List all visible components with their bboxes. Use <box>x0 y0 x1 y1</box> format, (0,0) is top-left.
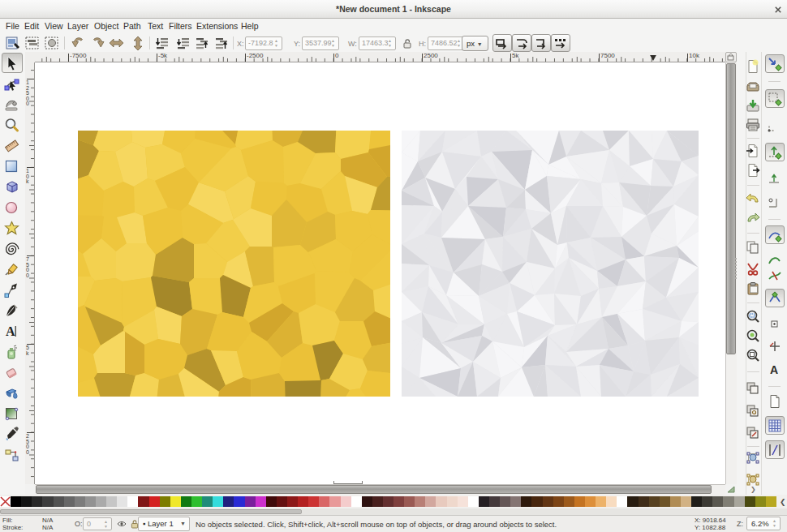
svg-text:A: A <box>770 363 778 376</box>
svg-text:A: A <box>6 324 15 338</box>
